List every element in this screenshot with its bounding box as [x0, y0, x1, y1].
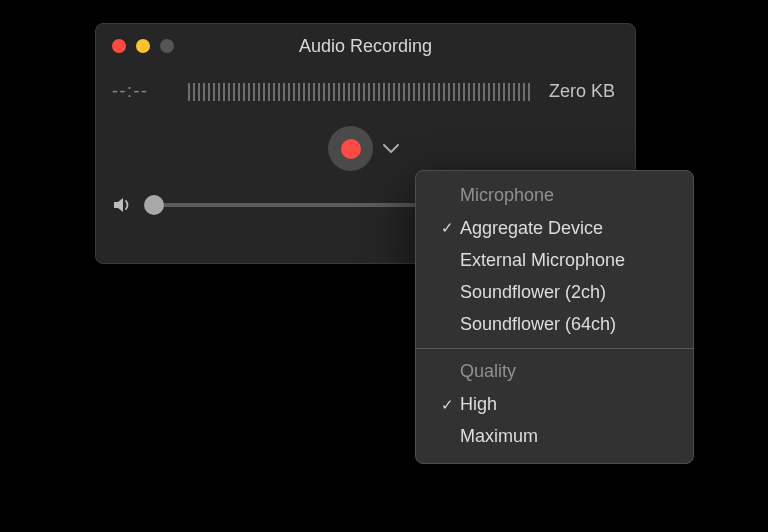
menu-item-label: Soundflower (2ch): [460, 279, 606, 305]
menu-item-soundflower-64ch[interactable]: Soundflower (64ch): [416, 308, 693, 340]
checkmark-icon: ✓: [434, 394, 460, 416]
titlebar: Audio Recording: [112, 35, 615, 57]
menu-item-external-microphone[interactable]: External Microphone: [416, 244, 693, 276]
file-size: Zero KB: [549, 81, 615, 102]
level-meter: [188, 83, 533, 101]
slider-thumb[interactable]: [144, 195, 164, 215]
menu-item-quality-maximum[interactable]: Maximum: [416, 420, 693, 452]
close-button[interactable]: [112, 39, 126, 53]
menu-item-soundflower-2ch[interactable]: Soundflower (2ch): [416, 276, 693, 308]
record-options-menu: Microphone ✓ Aggregate Device External M…: [415, 170, 694, 464]
zoom-button[interactable]: [160, 39, 174, 53]
record-button[interactable]: [328, 126, 373, 171]
menu-item-label: Aggregate Device: [460, 215, 603, 241]
menu-header-microphone: Microphone: [416, 179, 693, 212]
traffic-lights: [112, 39, 174, 53]
menu-item-label: Soundflower (64ch): [460, 311, 616, 337]
checkmark-icon: ✓: [434, 217, 460, 239]
menu-item-aggregate-device[interactable]: ✓ Aggregate Device: [416, 212, 693, 244]
menu-header-quality: Quality: [416, 355, 693, 388]
minimize-button[interactable]: [136, 39, 150, 53]
menu-item-label: High: [460, 391, 497, 417]
record-options-button[interactable]: [383, 144, 399, 154]
elapsed-time: --:--: [112, 81, 172, 102]
menu-item-label: External Microphone: [460, 247, 625, 273]
record-icon: [341, 139, 361, 159]
menu-item-label: Maximum: [460, 423, 538, 449]
window-title: Audio Recording: [96, 36, 635, 57]
menu-item-quality-high[interactable]: ✓ High: [416, 388, 693, 420]
info-row: --:-- Zero KB: [112, 81, 615, 102]
menu-separator: [416, 348, 693, 349]
record-row: [112, 126, 615, 171]
speaker-icon: [112, 195, 134, 215]
